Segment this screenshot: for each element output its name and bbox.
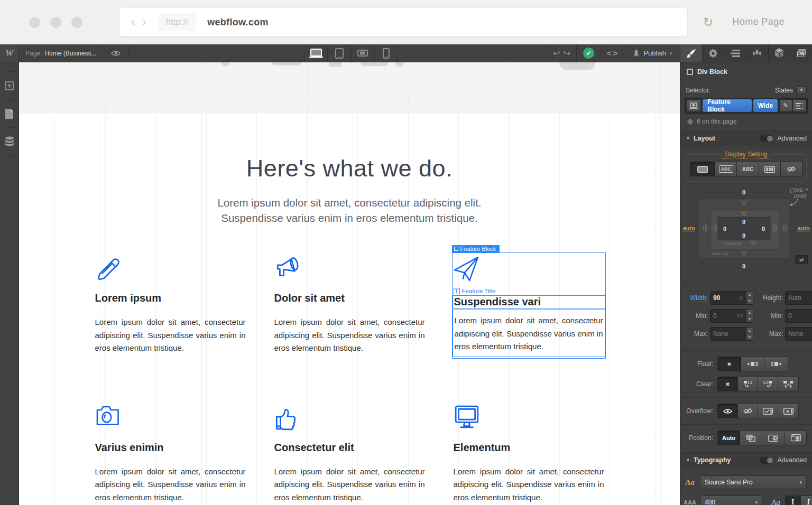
pages-button[interactable] (0, 105, 19, 123)
typography-section-header[interactable]: ▼ Typography Advanced (680, 452, 812, 468)
padding-bottom-value[interactable]: 0 (742, 232, 745, 239)
design-canvas[interactable]: Here's what we do. Lorem ipsum dolor sit… (19, 62, 680, 505)
section-heading[interactable]: Here's what we do. (19, 155, 680, 182)
display-block-button[interactable] (690, 162, 715, 176)
feature-title[interactable]: Consectetur elit (274, 442, 425, 454)
undo-icon[interactable]: ↩ (553, 48, 560, 58)
refresh-icon[interactable]: ↻ (703, 16, 713, 29)
tab-style[interactable] (680, 44, 702, 62)
feature-block[interactable]: Varius enimin Lorem ipsum dolor sit amet… (95, 405, 246, 504)
position-auto-button[interactable]: Auto (718, 431, 740, 445)
max-height-field[interactable]: None- ▲▼ (785, 327, 812, 341)
display-inline-button[interactable]: ABC (737, 162, 759, 176)
font-family-select[interactable]: Source Sans Pro ▾ (700, 475, 807, 489)
tab-symbols[interactable] (768, 44, 790, 62)
page-selector-button[interactable]: Page: Home (Business... (19, 44, 103, 62)
feature-text[interactable]: Lorem ipsum dolor sit amet, consectetur … (274, 316, 425, 355)
saved-status-button[interactable]: ✓ (576, 44, 601, 62)
feature-block[interactable]: Dolor sit amet Lorem ipsum dolor sit ame… (274, 255, 425, 357)
tab-interactions[interactable] (746, 44, 768, 62)
breakpoint-phone-landscape-button[interactable] (351, 44, 374, 62)
feature-title[interactable]: Suspendisse vari (453, 295, 605, 308)
max-width-stepper[interactable]: ▲▼ (746, 327, 753, 341)
layout-section-header[interactable]: ▼ Layout Advanced (680, 130, 812, 146)
feature-text[interactable]: Lorem ipsum dolor sit amet, consectetur … (274, 465, 425, 504)
add-elements-button[interactable]: + (0, 77, 19, 95)
back-icon[interactable]: ‹ (131, 15, 135, 29)
padding-top-value[interactable]: 0 (742, 219, 745, 225)
section-subheading[interactable]: Lorem ipsum dolor sit amet, consectetur … (19, 195, 680, 226)
float-left-button[interactable] (741, 357, 764, 371)
redo-icon[interactable]: ↪ (564, 48, 570, 58)
style-italic-button[interactable]: I (801, 495, 812, 505)
edit-class-button[interactable]: ✎ (779, 99, 792, 112)
feature-block[interactable]: Lorem ipsum Lorem ipsum dolor sit amet, … (95, 255, 246, 357)
window-close-button[interactable] (29, 17, 40, 28)
forward-icon[interactable]: › (142, 15, 146, 29)
breakpoint-tablet-button[interactable] (328, 44, 351, 62)
overflow-scroll-button[interactable] (758, 404, 778, 418)
feature-title[interactable]: Elementum (454, 442, 604, 454)
tab-assets[interactable] (790, 44, 812, 62)
breakpoint-desktop-button[interactable] (304, 44, 328, 62)
position-absolute-button[interactable] (762, 431, 785, 445)
feature-text[interactable]: Lorem ipsum dolor sit amet, consectetur … (453, 310, 605, 357)
clear-right-button[interactable] (758, 377, 778, 391)
states-label[interactable]: States (775, 87, 793, 94)
style-normal-button[interactable]: I (785, 495, 801, 505)
min-width-stepper[interactable]: ▲▼ (746, 309, 753, 323)
feature-title[interactable]: Varius enimin (95, 442, 246, 454)
min-width-field[interactable]: 0PX ▲▼ (710, 309, 753, 323)
width-label[interactable]: Width: (681, 294, 708, 302)
webflow-logo[interactable]: W (0, 44, 19, 62)
typography-advanced-toggle[interactable] (760, 457, 773, 464)
window-zoom-button[interactable] (71, 17, 82, 28)
float-right-button[interactable] (764, 357, 788, 371)
position-fixed-button[interactable] (785, 431, 807, 445)
float-none-button[interactable]: ✕ (718, 357, 741, 371)
max-width-field[interactable]: None- ▲▼ (710, 327, 753, 341)
feature-title[interactable]: Dolor sit amet (274, 292, 425, 304)
margin-bottom-value[interactable]: 0 (742, 263, 745, 269)
position-relative-button[interactable] (740, 431, 762, 445)
layout-advanced-toggle[interactable] (760, 135, 773, 142)
width-stepper[interactable]: ▲▼ (746, 291, 753, 305)
margin-top-value[interactable]: 0 (742, 189, 745, 195)
clear-left-button[interactable] (738, 377, 758, 391)
font-weight-select[interactable]: 400 ▾ (700, 495, 762, 505)
feature-text[interactable]: Lorem ipsum dolor sit amet, consectetur … (95, 316, 246, 355)
clear-none-button[interactable]: ✕ (718, 377, 738, 391)
class-tag-feature-block[interactable]: Feature Block (703, 99, 751, 112)
states-dropdown-button[interactable]: ▾ (796, 86, 807, 94)
class-tag-wide[interactable]: Wide (753, 99, 778, 112)
display-inline-block-button[interactable]: ABC (715, 162, 737, 176)
feature-text[interactable]: Lorem ipsum dolor sit amet, consectetur … (95, 465, 246, 504)
height-field[interactable]: Auto- ▲▼ (785, 291, 812, 305)
padding-right-value[interactable]: 0 (762, 226, 765, 232)
margin-left-value[interactable]: auto (682, 225, 695, 232)
spacing-box-model[interactable]: 0 0 auto auto 0 0 0 0 PADDING MARGIN Cli… (680, 187, 812, 278)
feature-title[interactable]: Lorem ipsum (95, 292, 246, 304)
url-text[interactable]: webflow.com (207, 17, 269, 28)
selected-element-tag[interactable]: Feature Block (452, 245, 500, 253)
breakpoint-indicator-button[interactable]: ✱ (686, 99, 701, 112)
width-field[interactable]: 90% ▲▼ (710, 291, 753, 305)
padding-left-value[interactable]: 0 (723, 226, 726, 232)
selected-child-tag[interactable]: T Feature Title (454, 288, 604, 294)
tab-style-manager[interactable] (724, 44, 746, 62)
selector-options-button[interactable] (792, 99, 806, 112)
min-height-field[interactable]: 0PX ▲▼ (785, 309, 812, 323)
feature-block[interactable]: Consectetur elit Lorem ipsum dolor sit a… (274, 405, 425, 504)
publish-button[interactable]: Publish ▾ (625, 44, 680, 62)
expand-sides-button[interactable]: ⇄ (795, 255, 808, 264)
window-controls[interactable] (29, 17, 82, 28)
overflow-auto-button[interactable]: A (778, 404, 798, 418)
class-selector-input[interactable]: ✱ Feature Block Wide ✎ (685, 98, 808, 114)
overflow-hidden-button[interactable] (738, 404, 758, 418)
feature-text[interactable]: Lorem ipsum dolor sit amet, consectetur … (454, 465, 604, 504)
display-columns-button[interactable] (759, 162, 781, 176)
margin-right-value[interactable]: auto (797, 225, 809, 232)
feature-block-selected[interactable]: Feature Block (454, 255, 604, 357)
preview-button[interactable] (103, 44, 128, 62)
collections-button[interactable] (0, 133, 19, 151)
